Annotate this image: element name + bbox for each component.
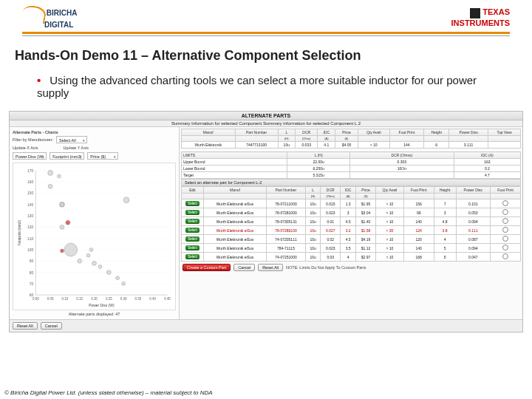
svg-text:120: 120 bbox=[27, 225, 33, 229]
svg-point-39 bbox=[66, 220, 70, 225]
ti-logo: TEXAS INSTRUMENTS bbox=[451, 7, 510, 27]
svg-text:Footprint (mm2): Footprint (mm2) bbox=[18, 219, 21, 245]
svg-text:110: 110 bbox=[27, 237, 33, 241]
svg-text:0.15: 0.15 bbox=[76, 297, 83, 301]
window-subtitle: Summary information for selected Compone… bbox=[10, 120, 522, 127]
svg-text:0.25: 0.25 bbox=[106, 297, 112, 301]
cancel-button[interactable]: Cancel bbox=[41, 322, 62, 330]
summary-table: ManufPart NumberLDCRIDCPriceQty AvailFoo… bbox=[181, 129, 521, 149]
cancel-button-bottom[interactable]: Cancel bbox=[233, 264, 255, 271]
svg-text:150: 150 bbox=[27, 191, 33, 195]
select-button[interactable]: Select bbox=[185, 254, 200, 259]
alt-parts-label: Select an alternate part for Component L… bbox=[181, 179, 521, 186]
svg-text:140: 140 bbox=[27, 203, 33, 207]
filter-select[interactable]: Select All bbox=[56, 136, 87, 143]
note-label: NOTE: Limits Do Not Apply To Custom Part… bbox=[286, 265, 366, 270]
svg-point-51 bbox=[122, 282, 126, 285]
svg-text:80: 80 bbox=[30, 271, 34, 275]
svg-text:0.05: 0.05 bbox=[47, 297, 54, 301]
axis-select-2[interactable]: Footprint (mm2) bbox=[50, 152, 84, 160]
svg-point-45 bbox=[86, 253, 90, 257]
page-title: Hands-On Demo 11 – Alternative Component… bbox=[0, 44, 532, 71]
charts-section-label: Alternate Parts - Charts bbox=[13, 130, 176, 134]
alternates-table: EditManufPart NumberLDCRIDCPriceQty Avai… bbox=[181, 186, 521, 262]
select-button[interactable]: Select bbox=[185, 219, 200, 224]
svg-text:130: 130 bbox=[27, 214, 33, 218]
svg-text:160: 160 bbox=[27, 180, 33, 184]
svg-text:Power Diss (W): Power Diss (W) bbox=[89, 304, 115, 307]
app-window: ALTERNATE PARTS Summary information for … bbox=[9, 111, 523, 332]
svg-text:170: 170 bbox=[27, 169, 33, 173]
window-titlebar: ALTERNATE PARTS bbox=[10, 112, 522, 120]
svg-point-46 bbox=[92, 261, 97, 265]
update-y-label: Update Y Axis bbox=[64, 146, 89, 150]
svg-point-44 bbox=[78, 259, 82, 263]
charts-pane: Alternate Parts - Charts Filter by Manuf… bbox=[10, 127, 180, 319]
svg-point-40 bbox=[60, 225, 64, 229]
create-custom-button[interactable]: Create a Custom Part bbox=[183, 264, 231, 271]
svg-text:0.20: 0.20 bbox=[91, 297, 98, 301]
axis-select-3[interactable]: Price ($) bbox=[87, 152, 118, 160]
svg-point-36 bbox=[48, 184, 52, 188]
svg-text:0.10: 0.10 bbox=[62, 297, 69, 301]
svg-text:0.00: 0.00 bbox=[33, 297, 39, 301]
svg-text:0.35: 0.35 bbox=[135, 297, 142, 301]
svg-text:0.30: 0.30 bbox=[120, 297, 127, 301]
svg-point-37 bbox=[60, 249, 64, 253]
svg-text:90: 90 bbox=[30, 259, 34, 263]
svg-point-53 bbox=[89, 248, 93, 252]
select-button[interactable]: Select bbox=[185, 201, 200, 206]
svg-point-42 bbox=[48, 170, 53, 175]
orange-rule bbox=[22, 32, 510, 34]
svg-point-50 bbox=[123, 197, 129, 203]
reset-all-button[interactable]: Reset All bbox=[13, 322, 38, 330]
scatter-chart: 170160150140130120110100908070600.000.05… bbox=[13, 163, 176, 310]
svg-point-48 bbox=[106, 270, 111, 275]
copyright: © Biricha Digital Power Ltd. (unless sta… bbox=[4, 389, 213, 396]
svg-text:0.45: 0.45 bbox=[164, 297, 171, 301]
svg-point-47 bbox=[98, 265, 102, 268]
svg-text:70: 70 bbox=[30, 282, 34, 286]
thin-rule bbox=[22, 35, 510, 36]
biricha-logo: BIRICHA DIGITAL bbox=[22, 6, 77, 29]
reset-button-bottom[interactable]: Reset All bbox=[258, 264, 283, 271]
svg-point-43 bbox=[64, 243, 78, 256]
chip-icon bbox=[470, 8, 480, 18]
select-button[interactable]: Select bbox=[185, 236, 200, 242]
svg-text:100: 100 bbox=[27, 248, 33, 252]
limits-table: LIMITSL (H)DCR (Ohms)IDC (A) Upper Bound… bbox=[181, 151, 521, 179]
select-button[interactable]: Select bbox=[185, 245, 200, 250]
svg-point-41 bbox=[60, 202, 64, 207]
svg-point-49 bbox=[116, 276, 120, 280]
select-button[interactable]: Select bbox=[185, 228, 200, 233]
update-x-label: Update X Axis bbox=[13, 146, 38, 150]
svg-text:0.40: 0.40 bbox=[149, 297, 156, 301]
limits-title: LIMITS bbox=[182, 152, 287, 159]
displayed-count: Alternate parts displayed: 47 bbox=[13, 312, 176, 316]
select-button[interactable]: Select bbox=[185, 210, 200, 215]
axis-select-1[interactable]: Power Diss (W) bbox=[13, 152, 47, 160]
filter-label: Filter by Manufacturer: bbox=[13, 137, 53, 142]
svg-point-52 bbox=[58, 174, 61, 178]
bullet-text: •Using the advanced charting tools we ca… bbox=[0, 71, 532, 111]
wave-icon bbox=[22, 6, 44, 21]
tables-pane: ManufPart NumberLDCRIDCPriceQty AvailFoo… bbox=[180, 127, 522, 319]
